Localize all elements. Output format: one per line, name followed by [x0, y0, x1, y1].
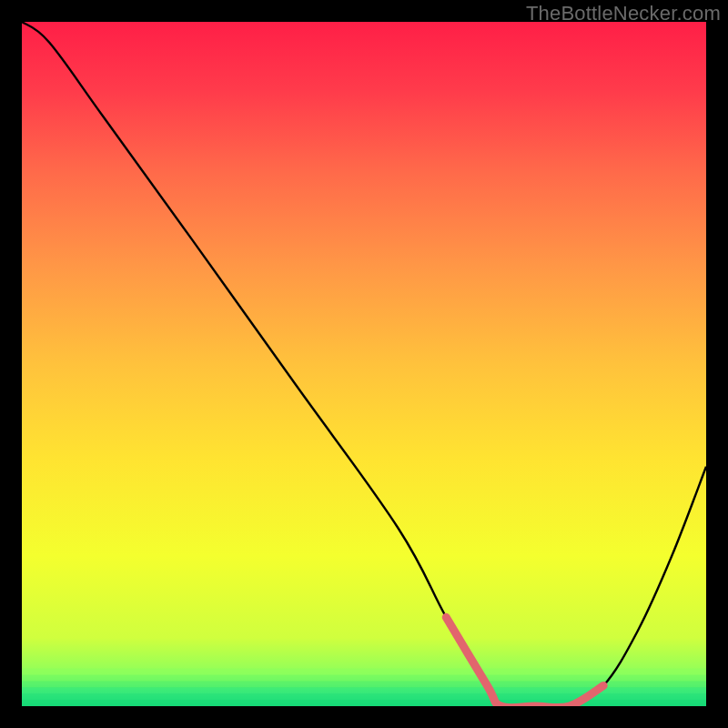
svg-rect-0	[22, 669, 706, 675]
svg-rect-5	[22, 700, 706, 706]
gradient-background	[22, 22, 706, 706]
svg-rect-1	[22, 675, 706, 682]
watermark-text: TheBottleNecker.com	[526, 2, 721, 25]
svg-rect-4	[22, 693, 706, 700]
bottleneck-chart	[22, 22, 706, 706]
chart-frame	[22, 22, 706, 706]
